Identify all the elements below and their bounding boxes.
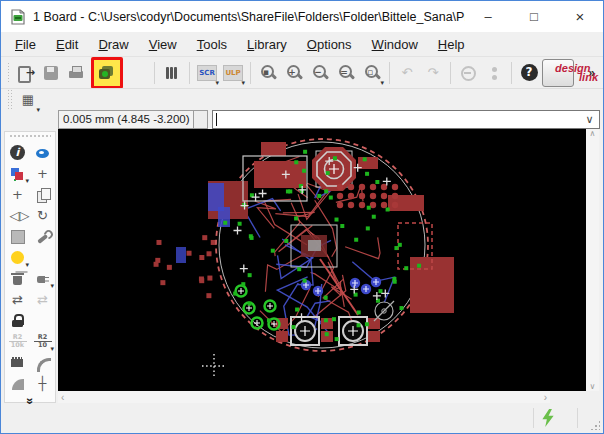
design-link-button[interactable]: design link (542, 59, 574, 87)
pinswap-icon: ⇄ (10, 292, 26, 308)
rotate-button[interactable]: ↻ (30, 205, 55, 226)
print-button[interactable] (64, 60, 90, 86)
menu-options[interactable]: Options (297, 34, 362, 55)
route-icon (35, 355, 51, 371)
zoom-select-button[interactable]: ▫▾ (359, 60, 385, 86)
help-icon: ? (521, 64, 538, 81)
display-layers-button[interactable]: ▾ (5, 163, 30, 184)
menu-tools[interactable]: Tools (187, 34, 237, 55)
app-window: 1 Board - C:\Users\codyr\Documents\Share… (0, 0, 604, 434)
command-dropdown-icon[interactable]: ∨ (582, 111, 597, 128)
info-button[interactable]: i (5, 142, 30, 163)
zoom-fit-icon: ▪ (260, 64, 277, 81)
add-part-button[interactable]: ▾ (30, 268, 55, 289)
pcb-canvas[interactable] (58, 129, 586, 391)
vertical-scrollbar[interactable]: ∧ ∨ (586, 129, 599, 391)
menu-window[interactable]: Window (362, 34, 428, 55)
resize-grip[interactable] (590, 420, 600, 430)
dots-icon (486, 65, 502, 81)
switch-to-board-button[interactable] (94, 60, 120, 86)
redo-button[interactable]: ↷ (420, 60, 446, 86)
main-toolbar: SCR▾ULP▾▪+−=▫▾↶↷? design link » (1, 56, 603, 88)
save-button[interactable] (38, 60, 64, 86)
plug-icon (35, 271, 51, 287)
menu-library[interactable]: Library (237, 34, 297, 55)
group-icon (11, 230, 25, 244)
toolbar-separator (189, 62, 190, 84)
group-button[interactable] (5, 226, 30, 247)
dropdown-caret-icon: ▾ (381, 80, 385, 86)
open-board-button[interactable] (12, 60, 38, 86)
save-icon (43, 65, 59, 81)
delete-button[interactable] (5, 268, 30, 289)
run-ulp-button[interactable]: ULP▾ (220, 60, 246, 86)
mark-button[interactable]: + (30, 163, 55, 184)
layers-icon (10, 166, 26, 182)
mirror-button[interactable]: ◁▷ (5, 205, 30, 226)
menu-view[interactable]: View (139, 34, 187, 55)
zoom-out-button[interactable]: − (307, 60, 333, 86)
minimize-button[interactable]: – (465, 1, 511, 32)
lock-icon (10, 313, 26, 329)
toolbar-separator (250, 62, 251, 84)
close-button[interactable]: × (557, 1, 603, 32)
window-title: 1 Board - C:\Users\codyr\Documents\Share… (33, 10, 465, 24)
ripup-icon (10, 376, 26, 392)
ratsnest-icon (10, 355, 26, 371)
menu-help[interactable]: Help (428, 34, 475, 55)
scroll-right-icon[interactable]: › (544, 392, 547, 403)
board-icon (99, 65, 115, 81)
value-button[interactable]: R210▾ (30, 331, 55, 352)
library-manager-button[interactable] (159, 60, 185, 86)
ulp-icon: ULP (223, 65, 243, 81)
title-bar[interactable]: 1 Board - C:\Users\codyr\Documents\Share… (1, 1, 603, 32)
replace-button[interactable]: R210k (5, 331, 30, 352)
command-input[interactable]: ∨ (212, 110, 600, 129)
route-button[interactable] (30, 352, 55, 373)
command-bar: 0.005 mm (4.845 -3.200) ∨ (58, 110, 600, 129)
scroll-up-icon[interactable]: ∧ (590, 129, 596, 138)
palette-drag-handle[interactable] (9, 134, 51, 140)
open-icon (17, 65, 33, 81)
copy-button[interactable] (30, 184, 55, 205)
mark-icon: + (35, 166, 51, 182)
lock-button[interactable] (5, 310, 30, 331)
ratsnest-button[interactable] (5, 352, 30, 373)
menu-draw[interactable]: Draw (88, 34, 138, 55)
zoom-fit-button[interactable]: ▪ (255, 60, 281, 86)
toolbar-separator (389, 62, 390, 84)
scr-icon: SCR (197, 65, 217, 81)
measure-button[interactable]: ┼ (30, 373, 55, 394)
help-button[interactable]: ? (516, 60, 542, 86)
info-icon: i (10, 145, 25, 160)
tool-palette: i▾++◁▷↻▾▾⇄⇄R210kR210▾┼ » (4, 131, 56, 403)
menu-file[interactable]: File (5, 34, 46, 55)
change-button[interactable] (30, 226, 55, 247)
show-button[interactable] (30, 142, 55, 163)
run-script-button[interactable]: SCR▾ (194, 60, 220, 86)
go-button[interactable] (481, 60, 507, 86)
status-separator (533, 408, 534, 428)
paint-button[interactable]: ▾ (5, 247, 30, 268)
scroll-down-icon[interactable]: ∨ (590, 382, 596, 391)
pinswap-button[interactable]: ⇄ (5, 289, 30, 310)
zoom-in-button[interactable]: + (281, 60, 307, 86)
maximize-button[interactable]: □ (511, 1, 557, 32)
gateswap-button[interactable]: ⇄ (30, 289, 55, 310)
scroll-left-icon[interactable]: ‹ (61, 392, 64, 403)
grid-button[interactable]: ▦▾ (15, 87, 41, 113)
cam-processor-button[interactable] (124, 60, 150, 86)
menu-edit[interactable]: Edit (46, 34, 88, 55)
move-button[interactable]: + (5, 184, 30, 205)
wrench-icon (35, 229, 51, 245)
stop-button[interactable] (455, 60, 481, 86)
coordinate-mode-button[interactable] (194, 110, 208, 129)
undo-button[interactable]: ↶ (394, 60, 420, 86)
toolbar-separator (450, 62, 451, 84)
grid-toolbar-drag-handle[interactable] (7, 89, 12, 111)
zoom-redraw-button[interactable]: = (333, 60, 359, 86)
ripup-button[interactable] (5, 373, 30, 394)
zoom-out-icon: − (312, 64, 329, 81)
horizontal-scrollbar[interactable]: ‹ › (58, 391, 550, 403)
toolbar-drag-handle[interactable] (7, 62, 9, 84)
